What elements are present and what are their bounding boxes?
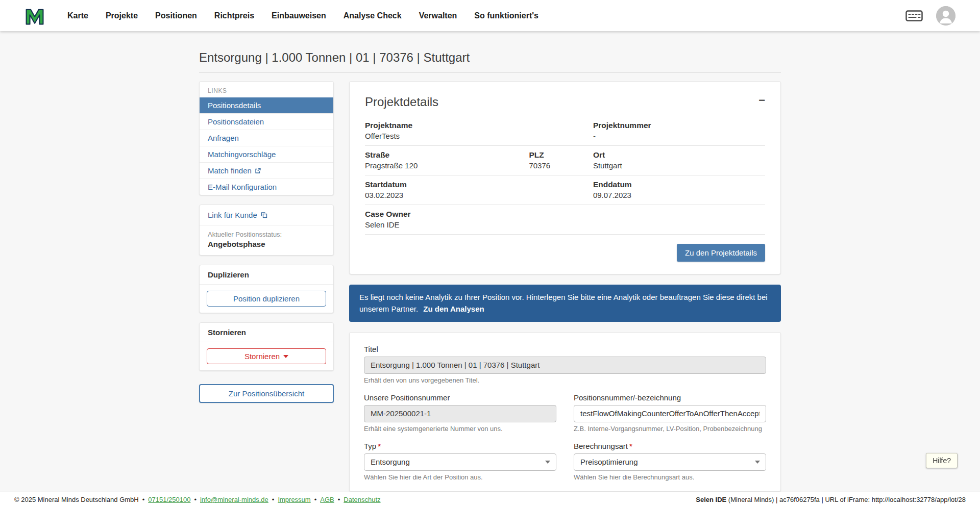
analytics-info-banner: Es liegt noch keine Analytik zu Ihrer Po… (349, 285, 781, 322)
links-header: Links (200, 82, 333, 97)
field-value: - (593, 132, 765, 140)
status-card: Link für Kunde Aktueller Positionsstatus… (199, 205, 334, 256)
footer-session-text: (Mineral Minds) | ac76f06275fa | URL of … (726, 496, 966, 503)
titel-group: Titel Erhält den von uns vorgegebenen Ti… (364, 345, 766, 384)
position-form-card: Titel Erhält den von uns vorgegebenen Ti… (349, 332, 781, 492)
external-link-icon (255, 168, 261, 174)
footer-phone-link[interactable]: 07151/250100 (148, 496, 190, 503)
sidebar-item-label: E-Mail Konfiguration (208, 183, 277, 191)
logo-m-icon (23, 6, 46, 26)
chevron-down-icon (545, 461, 550, 464)
collapse-button[interactable]: − (758, 95, 765, 106)
field-label: Enddatum (593, 180, 765, 189)
stornieren-dropdown-button[interactable]: Stornieren (207, 348, 326, 364)
sidebar-item-anfragen[interactable]: Anfragen (200, 130, 333, 146)
berechnungsart-select[interactable]: Preisoptimierung (574, 453, 766, 471)
projektdetails-card: Projektdetails − Projektname OfferTests … (349, 81, 781, 274)
status-value: Angebotsphase (208, 240, 325, 248)
typ-select-value: Entsorgung (371, 458, 410, 466)
stornieren-button-label: Stornieren (244, 352, 280, 361)
field-value: OfferTests (365, 132, 529, 140)
positionsnummer-input (364, 405, 556, 422)
nav-item-so-funktionierts[interactable]: So funktioniert's (474, 11, 538, 20)
positionsnummer-group: Unsere Positionsnummer Erhält eine syste… (364, 393, 556, 433)
footer-email-link[interactable]: info@mineral-minds.de (200, 496, 268, 503)
berechnungsart-select-value: Preisoptimierung (580, 458, 638, 466)
sidebar-item-email-konfiguration[interactable]: E-Mail Konfiguration (200, 179, 333, 195)
main-nav: Karte Projekte Positionen Richtpreis Ein… (67, 11, 538, 20)
copy-icon (261, 212, 267, 218)
typ-label: Typ* (364, 442, 556, 450)
nav-item-positionen[interactable]: Positionen (155, 11, 197, 20)
bezeichnung-group: Positionsnummer/-bezeichnung Z.B. Intern… (574, 393, 766, 433)
position-duplizieren-button[interactable]: Position duplizieren (207, 291, 326, 307)
chevron-down-icon (283, 355, 288, 358)
banner-text: Es liegt noch keine Analytik zu Ihrer Po… (359, 293, 768, 313)
sidebar-item-label: Anfragen (208, 134, 239, 142)
nav-item-einbauweisen[interactable]: Einbauweisen (272, 11, 326, 20)
field-label: Case Owner (365, 210, 529, 219)
bezeichnung-input[interactable] (574, 405, 766, 422)
nav-item-verwalten[interactable]: Verwalten (419, 11, 457, 20)
footer-left: © 2025 Mineral Minds Deutschland GmbH 07… (14, 496, 381, 503)
footer-agb-link[interactable]: AGB (320, 496, 334, 503)
footer-user: Selen IDE (696, 496, 726, 503)
keyboard-icon[interactable] (905, 10, 923, 21)
sidebar-item-positionsdateien[interactable]: Positionsdateien (200, 113, 333, 130)
titel-label: Titel (364, 345, 766, 353)
positionsnummer-helper: Erhält eine systemgenerierte Nummer von … (364, 425, 556, 433)
help-button[interactable]: Hilfe? (926, 453, 958, 468)
navbar-right (905, 6, 955, 26)
page-title: Entsorgung | 1.000 Tonnen | 01 | 70376 |… (199, 50, 781, 65)
duplizieren-title: Duplizieren (200, 265, 333, 285)
sidebar-item-label: Matchingvorschläge (208, 150, 276, 159)
field-label: Ort (593, 150, 765, 160)
project-row: Startdatum 03.02.2023 Enddatum 09.07.202… (365, 175, 765, 205)
link-fuer-kunde-label: Link für Kunde (208, 211, 257, 219)
nav-item-karte[interactable]: Karte (67, 11, 88, 20)
nav-item-projekte[interactable]: Projekte (106, 11, 138, 20)
sidebar-item-label: Positionsdateien (208, 117, 264, 126)
stornieren-card: Stornieren Stornieren (199, 322, 334, 371)
nav-item-analyse-check[interactable]: Analyse Check (344, 11, 402, 20)
field-value: Selen IDE (365, 220, 529, 229)
position-status-block: Aktueller Positionsstatus: Angebotsphase (200, 225, 333, 255)
typ-helper: Wählen Sie hier die Art der Position aus… (364, 473, 556, 481)
link-fuer-kunde[interactable]: Link für Kunde (200, 205, 333, 225)
sidebar: Links Positionsdetails Positionsdateien … (199, 81, 334, 403)
nav-item-richtpreis[interactable]: Richtpreis (214, 11, 254, 20)
main-column: Projektdetails − Projektname OfferTests … (349, 81, 781, 492)
sidebar-item-match-finden[interactable]: Match finden (200, 162, 333, 179)
titel-input (364, 357, 766, 374)
field-value: 03.02.2023 (365, 191, 529, 199)
sidebar-item-positionsdetails[interactable]: Positionsdetails (200, 97, 333, 113)
field-value: 09.07.2023 (593, 191, 765, 199)
bezeichnung-label: Positionsnummer/-bezeichnung (574, 393, 766, 402)
footer-datenschutz-link[interactable]: Datenschutz (344, 496, 380, 503)
footer: © 2025 Mineral Minds Deutschland GmbH 07… (0, 492, 980, 507)
field-value: Stuttgart (593, 161, 765, 170)
field-value: 70376 (529, 161, 593, 170)
page-header: Entsorgung | 1.000 Tonnen | 01 | 70376 |… (199, 50, 781, 73)
zu-den-analysen-link[interactable]: Zu den Analysen (423, 305, 484, 313)
stornieren-title: Stornieren (200, 323, 333, 342)
typ-select[interactable]: Entsorgung (364, 453, 556, 471)
zur-positionsuebersicht-button[interactable]: Zur Positionsübersicht (199, 384, 334, 403)
projektdetails-title: Projektdetails (365, 95, 438, 109)
field-label: Projektnummer (593, 121, 765, 130)
sidebar-item-matchingvorschlaege[interactable]: Matchingvorschläge (200, 146, 333, 162)
user-avatar[interactable] (936, 6, 955, 26)
required-asterisk: * (629, 442, 632, 450)
project-row: Straße Pragstraße 120 PLZ 70376 Ort Stut… (365, 146, 765, 175)
field-label: Projektname (365, 121, 529, 130)
mineral-minds-logo[interactable] (23, 6, 46, 26)
status-label: Aktueller Positionsstatus: (208, 231, 325, 238)
chevron-down-icon (755, 461, 760, 464)
berechnungsart-label: Berechnungsart* (574, 442, 766, 450)
project-row: Case Owner Selen IDE (365, 205, 765, 235)
main-container: Entsorgung | 1.000 Tonnen | 01 | 70376 |… (199, 31, 781, 492)
zu-den-projektdetails-button[interactable]: Zu den Projektdetails (677, 244, 765, 262)
footer-impressum-link[interactable]: Impressum (278, 496, 310, 503)
field-label: Straße (365, 150, 529, 160)
top-navbar: Karte Projekte Positionen Richtpreis Ein… (0, 0, 980, 31)
